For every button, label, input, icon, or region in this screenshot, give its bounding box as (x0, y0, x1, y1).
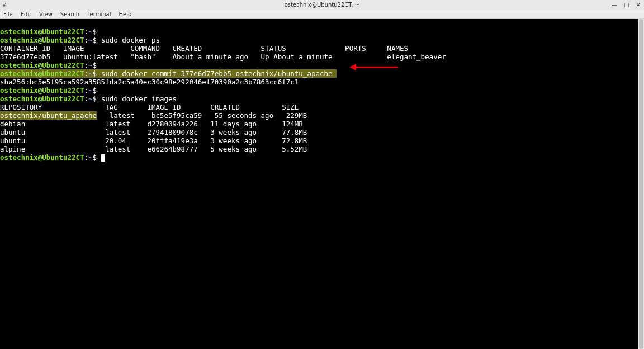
prompt-sigil: $ (93, 95, 97, 103)
sha-output: sha256:bc5e5f95ca592a3585fda2c5a40ec30c9… (0, 78, 299, 86)
prompt-path: ~ (88, 153, 93, 162)
arrow-head-icon (349, 64, 356, 70)
cmd-docker-ps: sudo docker ps (101, 36, 160, 44)
prompt-userhost: ostechnix@Ubuntu22CT (0, 86, 84, 95)
prompt-sigil: $ (93, 69, 97, 78)
prompt-sigil: $ (93, 153, 97, 162)
menu-edit[interactable]: Edit (21, 11, 31, 17)
maximize-button[interactable]: □ (624, 2, 629, 8)
prompt-userhost: ostechnix@Ubuntu22CT (0, 153, 84, 162)
menu-search[interactable]: Search (60, 11, 79, 17)
prompt-userhost: ostechnix@Ubuntu22CT (0, 95, 84, 103)
images-row-1-repo: ostechnix/ubuntu_apache (0, 111, 97, 120)
callout-arrow (349, 64, 398, 70)
prompt-sigil: $ (93, 27, 97, 36)
arrow-line (356, 67, 398, 68)
prompt-userhost: ostechnix@Ubuntu22CT (0, 36, 84, 44)
prompt-path: ~ (88, 27, 93, 36)
prompt-colon: : (84, 69, 89, 78)
menu-terminal[interactable]: Terminal (87, 11, 111, 17)
images-row-5: alpine latest e66264b98777 5 weeks ago 5… (0, 145, 307, 153)
prompt-colon: : (84, 27, 89, 36)
scrollbar-vertical[interactable] (638, 19, 644, 349)
prompt-colon: : (84, 86, 89, 95)
close-button[interactable]: ✕ (636, 2, 641, 8)
images-row-3: ubuntu latest 27941809078c 3 weeks ago 7… (0, 128, 307, 136)
prompt-path: ~ (88, 36, 93, 44)
prompt-path: ~ (88, 86, 93, 95)
images-row-1-rest: latest bc5e5f95ca59 55 seconds ago 229MB (97, 111, 307, 120)
prompt-path: ~ (88, 95, 93, 103)
prompt-path: ~ (88, 61, 93, 69)
images-row-4: ubuntu 20.04 20fffa419e3a 3 weeks ago 72… (0, 136, 307, 145)
menu-bar: File Edit View Search Terminal Help (0, 10, 644, 19)
window-controls: — □ ✕ (612, 2, 641, 8)
prompt-colon: : (84, 61, 89, 69)
menu-file[interactable]: File (3, 11, 13, 17)
menu-view[interactable]: View (39, 11, 53, 17)
images-header: REPOSITORY TAG IMAGE ID CREATED SIZE (0, 103, 299, 111)
cmd-docker-images: sudo docker images (101, 95, 177, 103)
ps-row: 377e6d77ebb5 ubuntu:latest "bash" About … (0, 53, 446, 61)
prompt-colon: : (84, 95, 89, 103)
window-titlebar: # ostechnix@Ubuntu22CT: ~ — □ ✕ (0, 0, 644, 10)
window-title: ostechnix@Ubuntu22CT: ~ (285, 2, 360, 8)
ps-header: CONTAINER ID IMAGE COMMAND CREATED STATU… (0, 44, 408, 53)
prompt-colon: : (84, 153, 89, 162)
prompt-userhost: ostechnix@Ubuntu22CT (0, 61, 84, 69)
scrollbar-thumb[interactable] (639, 19, 643, 349)
prompt-sigil: $ (93, 86, 97, 95)
cmd-docker-commit: sudo docker commit 377e6d77ebb5 ostechni… (97, 69, 337, 78)
cursor (101, 154, 105, 162)
menu-help[interactable]: Help (119, 11, 131, 17)
prompt-colon: : (84, 36, 89, 44)
prompt-sigil: $ (93, 61, 97, 69)
minimize-button[interactable]: — (612, 2, 617, 8)
app-icon: # (2, 2, 7, 8)
prompt-userhost: ostechnix@Ubuntu22CT (0, 27, 84, 36)
terminal-viewport[interactable]: ostechnix@Ubuntu22CT:~$ ostechnix@Ubuntu… (0, 19, 644, 349)
prompt-path: ~ (88, 69, 93, 78)
prompt-sigil: $ (93, 36, 97, 44)
prompt-userhost: ostechnix@Ubuntu22CT (0, 69, 84, 78)
images-row-2: debian latest d2780094a226 11 days ago 1… (0, 120, 303, 128)
